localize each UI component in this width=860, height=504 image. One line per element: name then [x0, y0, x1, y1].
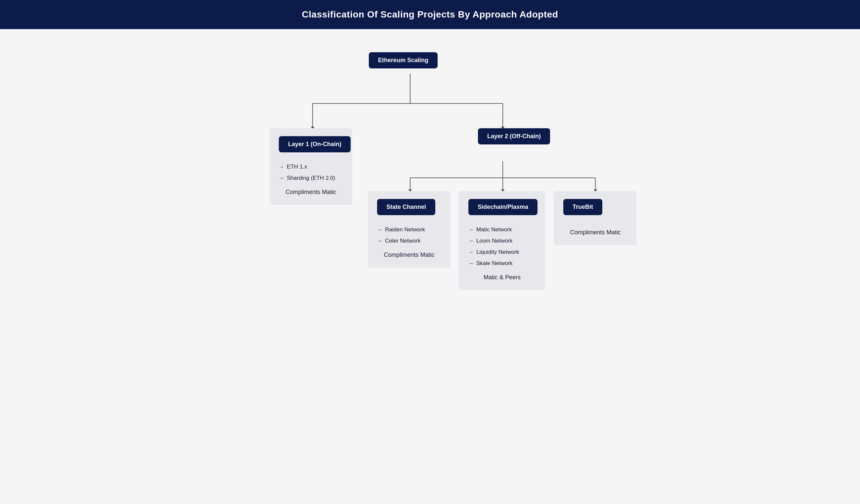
side-item-3: Skale Network	[468, 260, 536, 267]
layer1-footer: Compliments Matic	[279, 189, 343, 196]
layer1-card: Layer 1 (On-Chain) ETH 1.x Sharding (ETH…	[270, 128, 352, 205]
truebit-footer: Compliments Matic	[563, 229, 628, 236]
diagram-area: Ethereum Scaling Layer 1 (On-Chain) ETH …	[215, 42, 645, 313]
state-channel-box: State Channel	[377, 199, 435, 215]
page-title: Classification Of Scaling Projects By Ap…	[13, 9, 847, 20]
side-item-2: Liquidity Network	[468, 249, 536, 255]
truebit-card: TrueBit Compliments Matic	[554, 191, 637, 245]
side-footer: Matic & Peers	[468, 274, 536, 281]
sc-item-1: Celer Network	[377, 238, 441, 244]
page-header: Classification Of Scaling Projects By Ap…	[0, 0, 860, 29]
side-item-1: Loom Network	[468, 238, 536, 244]
side-item-0: Matic Network	[468, 226, 536, 233]
sc-footer: Compliments Matic	[377, 252, 441, 258]
layer1-item-0: ETH 1.x	[279, 164, 343, 170]
sc-item-0: Raiden Network	[377, 226, 441, 233]
sidechain-card: Sidechain/Plasma Matic Network Loom Netw…	[459, 191, 545, 290]
layer1-box: Layer 1 (On-Chain)	[279, 136, 350, 152]
layer2-box: Layer 2 (Off-Chain)	[478, 128, 550, 145]
diagram-container: Ethereum Scaling Layer 1 (On-Chain) ETH …	[0, 29, 860, 333]
layer2-node: Layer 2 (Off-Chain)	[478, 128, 550, 145]
sidechain-box: Sidechain/Plasma	[468, 199, 538, 215]
root-node: Ethereum Scaling	[369, 52, 438, 69]
ethereum-scaling-box: Ethereum Scaling	[369, 52, 438, 69]
truebit-box: TrueBit	[563, 199, 602, 215]
layer1-item-1: Sharding (ETH 2.0)	[279, 175, 343, 181]
state-channel-card: State Channel Raiden Network Celer Netwo…	[368, 191, 450, 268]
